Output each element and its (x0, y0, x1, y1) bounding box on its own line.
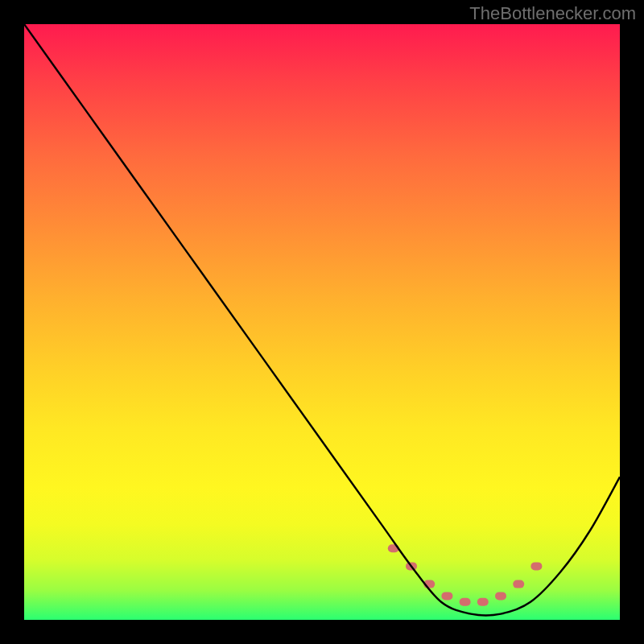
highlight-marker (477, 598, 489, 606)
bottleneck-curve (24, 24, 620, 615)
highlight-marker (513, 580, 524, 588)
highlight-marker (460, 598, 471, 606)
plot-area (24, 24, 620, 620)
highlight-marker (530, 562, 542, 570)
highlight-marker (495, 592, 506, 600)
chart-root: TheBottlenecker.com (0, 0, 644, 644)
highlight-marker (441, 592, 452, 600)
marker-group (388, 544, 543, 606)
curve-layer (24, 24, 620, 620)
attribution-text: TheBottlenecker.com (469, 3, 636, 24)
